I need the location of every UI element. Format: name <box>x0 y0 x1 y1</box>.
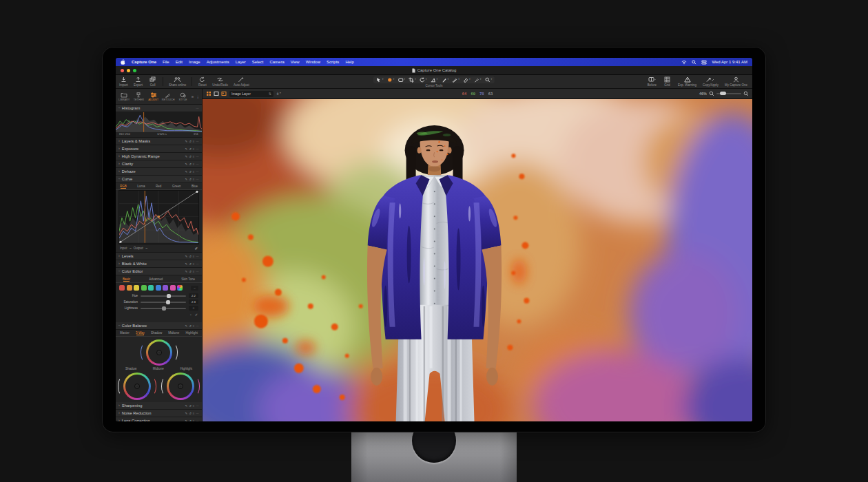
cb-tab-highlight[interactable]: Highlight <box>185 331 198 335</box>
panel-color-balance-header[interactable]: › Color Balance ✎ ↺ ≡ ⋯ <box>116 322 202 330</box>
panel-action-icons[interactable]: ✎ ↺ ≡ ⋯ <box>185 404 199 408</box>
color-editor-tab-basic[interactable]: Basic <box>123 277 130 281</box>
color-editor-tab-skin-tone[interactable]: Skin Tone <box>181 277 195 281</box>
panel-action-icons[interactable]: ✎ ↺ ≡ ⋯ <box>185 170 199 174</box>
lightness-slider[interactable] <box>141 308 186 309</box>
panel-action-icons[interactable]: ✎ ↺ ≡ ⋯ <box>185 262 199 266</box>
panel-clarity[interactable]: › Clarity ✎ ↺ ≡ ⋯ <box>116 160 202 168</box>
color-swatch-red[interactable] <box>119 285 125 291</box>
import-button[interactable]: Import <box>119 76 128 87</box>
color-swatch-yellow[interactable] <box>134 285 139 291</box>
my-capture-one-button[interactable]: My Capture One <box>725 76 747 87</box>
multi-view-icon[interactable] <box>206 91 211 96</box>
pan-tool[interactable]: ▾ <box>397 77 405 83</box>
color-swatch-aqua[interactable] <box>148 285 154 291</box>
color-swatch-all[interactable] <box>177 285 183 291</box>
menu-help[interactable]: Help <box>345 60 353 64</box>
brush-tool[interactable]: ▾ <box>452 77 459 83</box>
curve-tab-red[interactable]: Red <box>156 185 161 188</box>
layer-selector[interactable]: Image Layer ⇅ <box>229 91 273 97</box>
cb-tab-3way[interactable]: 3-Way <box>136 331 145 335</box>
panel-action-icons[interactable]: ✎ ↺ ≡ ⋯ <box>185 140 199 143</box>
undo-redo-button[interactable]: Undo/Redo <box>212 76 228 87</box>
curve-tab-blue[interactable]: Blue <box>192 185 198 188</box>
curve-output-value[interactable]: – <box>146 247 148 250</box>
color-swatch-orange[interactable] <box>127 285 132 291</box>
reset-button[interactable]: Reset <box>198 76 207 87</box>
draw-mask-tool[interactable]: ▾ <box>441 77 448 83</box>
wifi-icon[interactable] <box>681 60 687 65</box>
panel-sharpening[interactable]: › Sharpening ✎ ↺ ≡ ⋯ <box>116 402 202 410</box>
hue-slider[interactable] <box>141 295 186 297</box>
more-tabs-icon[interactable]: » <box>192 94 194 98</box>
panel-action-icons[interactable]: ✎ ↺ ≡ ⋯ <box>185 178 199 181</box>
panel-lens-correction[interactable]: › Lens Correction ✎ ↺ ≡ ⋯ <box>116 417 202 421</box>
control-center-icon[interactable] <box>701 60 707 65</box>
auto-adjust-button[interactable]: Auto Adjust <box>234 76 249 87</box>
close-button[interactable] <box>121 69 124 72</box>
cb-tab-shadow[interactable]: Shadow <box>151 331 162 335</box>
highlight-color-wheel[interactable] <box>167 373 194 400</box>
zoom-level[interactable]: 46% <box>699 92 707 96</box>
copy-apply-button[interactable]: Copy/Apply <box>703 76 719 87</box>
cull-button[interactable]: Cull <box>148 76 157 87</box>
menu-adjustments[interactable]: Adjustments <box>207 60 229 64</box>
zoom-in-icon[interactable] <box>743 91 749 96</box>
swatch-more-button[interactable]: – <box>191 286 198 291</box>
apple-menu-icon[interactable] <box>121 59 125 65</box>
menu-view[interactable]: View <box>291 60 300 64</box>
menu-camera[interactable]: Camera <box>269 60 284 64</box>
export-button[interactable]: Export <box>134 76 143 87</box>
hue-value[interactable]: 2.2 <box>189 293 198 298</box>
zoom-slider[interactable] <box>716 93 741 94</box>
panel-action-icons[interactable]: ✎ ↺ ≡ ⋯ <box>185 270 199 273</box>
search-icon[interactable] <box>692 60 696 65</box>
curve-picker-icon[interactable]: ✐ <box>194 247 198 251</box>
menu-image[interactable]: Image <box>189 60 200 64</box>
straighten-tool[interactable]: ▾ <box>431 77 438 83</box>
color-swatch-green[interactable] <box>141 285 147 291</box>
color-swatch-magenta[interactable] <box>170 285 176 291</box>
panel-action-icons[interactable]: ✎ ↺ ≡ ⋯ <box>185 255 199 258</box>
menu-scripts[interactable]: Scripts <box>327 60 339 64</box>
panel-noise-reduction[interactable]: › Noise Reduction ✎ ↺ ≡ ⋯ <box>116 410 202 417</box>
tab-tether[interactable]: TETHER <box>132 92 145 101</box>
add-layer-button[interactable]: +▾ <box>276 92 281 96</box>
panel-more-icon[interactable]: ⋯ <box>196 107 199 110</box>
proof-view-icon[interactable] <box>221 91 227 96</box>
curve-input-value[interactable]: – <box>130 247 132 250</box>
minimize-button[interactable] <box>127 69 130 72</box>
tab-adjust[interactable]: ADJUST <box>147 92 159 101</box>
panel-exposure[interactable]: › Exposure ✎ ↺ ≡ ⋯ <box>116 145 202 153</box>
wheel-indicator[interactable] <box>156 350 162 355</box>
zoom-tool[interactable]: ▾ <box>484 77 492 83</box>
curve-plot[interactable] <box>118 190 199 244</box>
lightness-value[interactable]: 0 <box>189 306 198 311</box>
shadow-color-wheel[interactable] <box>123 373 151 400</box>
panel-action-icons[interactable]: ✎ ↺ ≡ ⋯ <box>185 419 199 422</box>
tab-style[interactable]: STYLE <box>176 92 189 101</box>
saturation-value[interactable]: 2.3 <box>189 300 198 304</box>
cb-tab-midtone[interactable]: Midtone <box>168 331 179 335</box>
panel-action-icons[interactable]: ✎ ↺ ≡ ⋯ <box>185 412 199 415</box>
menu-capture-one[interactable]: Capture One <box>132 60 156 64</box>
curve-tab-luma[interactable]: Luma <box>137 185 145 188</box>
view-selected-range-icon[interactable]: ▫ <box>190 313 192 317</box>
panel-action-icons[interactable]: ✎ ↺ ≡ ⋯ <box>185 147 199 151</box>
before-button[interactable]: Before <box>648 76 657 87</box>
menu-select[interactable]: Select <box>252 60 264 64</box>
menu-edit[interactable]: Edit <box>176 60 183 64</box>
panel-action-icons[interactable]: ✎ ↺ ≡ ⋯ <box>185 163 199 166</box>
color-editor-tab-advanced[interactable]: Advanced <box>149 277 163 281</box>
tabs-menu-icon[interactable]: ⋮ <box>196 94 200 99</box>
panel-curve-header[interactable]: › Curve ✎ ↺ ≡ ⋯ <box>116 176 202 183</box>
eraser-tool[interactable]: ▾ <box>463 77 471 83</box>
cb-tab-master[interactable]: Master <box>120 331 130 335</box>
zoom-out-icon[interactable] <box>709 91 714 96</box>
photo-canvas[interactable] <box>203 99 752 421</box>
menu-file[interactable]: File <box>163 60 169 64</box>
panel-high-dynamic-range[interactable]: › High Dynamic Range ✎ ↺ ≡ ⋯ <box>116 153 202 160</box>
zoom-button[interactable] <box>133 69 136 72</box>
histogram-graph[interactable] <box>116 112 202 131</box>
menu-window[interactable]: Window <box>306 60 320 64</box>
